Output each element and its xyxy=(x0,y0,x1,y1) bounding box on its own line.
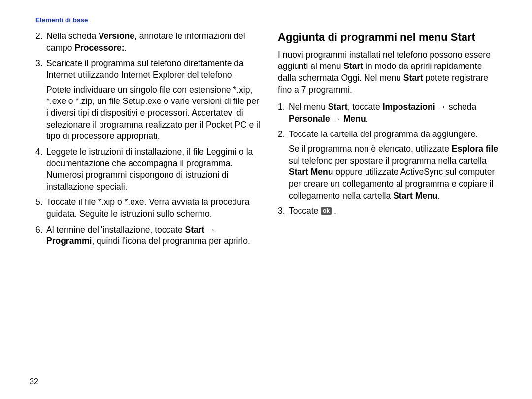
two-column-layout: 2.Nella scheda Versione, annotare le inf… xyxy=(35,31,502,251)
list-item-number: 6. xyxy=(35,224,46,247)
list-item-number: 5. xyxy=(35,197,46,220)
list-item: 3.Toccate ok . xyxy=(278,205,502,217)
list-item: 5.Toccate il file *.xip o *.exe. Verrà a… xyxy=(35,197,260,220)
list-item-number: 3. xyxy=(35,58,46,142)
list-item-text: Toccate il file *.xip o *.exe. Verrà avv… xyxy=(46,197,260,220)
list-item: 1.Nel menu Start, toccate Impostazioni →… xyxy=(278,101,502,125)
list-item-number: 2. xyxy=(35,31,46,54)
list-item-text: Nella scheda Versione, annotare le infor… xyxy=(46,31,260,54)
list-item-text: Scaricate il programma sul telefono dire… xyxy=(46,58,260,142)
section-heading: Aggiunta di programmi nel menu Start xyxy=(278,31,502,44)
list-item: 6.Al termine dell'installazione, toccate… xyxy=(35,224,260,247)
list-item-text: Nel menu Start, toccate Impostazioni → s… xyxy=(289,101,502,125)
left-column: 2.Nella scheda Versione, annotare le inf… xyxy=(35,31,260,251)
list-item-text: Al termine dell'installazione, toccate S… xyxy=(46,224,260,247)
section-header: Elementi di base xyxy=(35,16,502,25)
list-item: 3.Scaricate il programma sul telefono di… xyxy=(35,58,260,142)
list-item-number: 3. xyxy=(278,205,289,217)
page-number: 32 xyxy=(30,376,38,387)
list-item-subtext: Potete individuare un singolo file con e… xyxy=(46,84,260,142)
list-item: 2.Toccate la cartella del programma da a… xyxy=(278,129,502,201)
list-item-number: 2. xyxy=(278,129,289,201)
list-item-text: Toccate ok . xyxy=(289,205,502,217)
list-item-number: 1. xyxy=(278,101,289,125)
list-item: 4.Leggete le istruzioni di installazione… xyxy=(35,146,260,193)
list-item: 2.Nella scheda Versione, annotare le inf… xyxy=(35,31,260,54)
list-item-text: Toccate la cartella del programma da agg… xyxy=(289,129,502,201)
list-item-subtext: Se il programma non è elencato, utilizza… xyxy=(289,143,502,201)
intro-paragraph: I nuovi programmi installati nel telefon… xyxy=(278,49,502,96)
list-item-text: Leggete le istruzioni di installazione, … xyxy=(46,146,260,193)
list-item-number: 4. xyxy=(35,146,46,193)
right-column: Aggiunta di programmi nel menu StartI nu… xyxy=(278,31,502,251)
